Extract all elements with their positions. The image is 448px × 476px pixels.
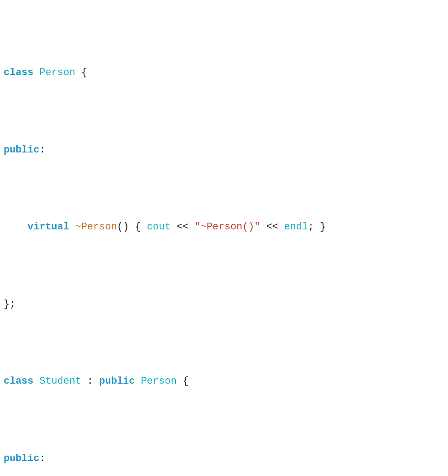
code-line-1: class Person { [4, 65, 448, 81]
code-line-6: public: [4, 451, 448, 466]
code-line-5: class Student : public Person { [4, 374, 448, 389]
code-line-3: virtual ~Person() { cout << "~Person()" … [4, 219, 448, 235]
code-line-4: }; [4, 297, 448, 312]
code-line-2: public: [4, 143, 448, 158]
code-editor: class Person { public: virtual ~Person()… [0, 0, 448, 476]
